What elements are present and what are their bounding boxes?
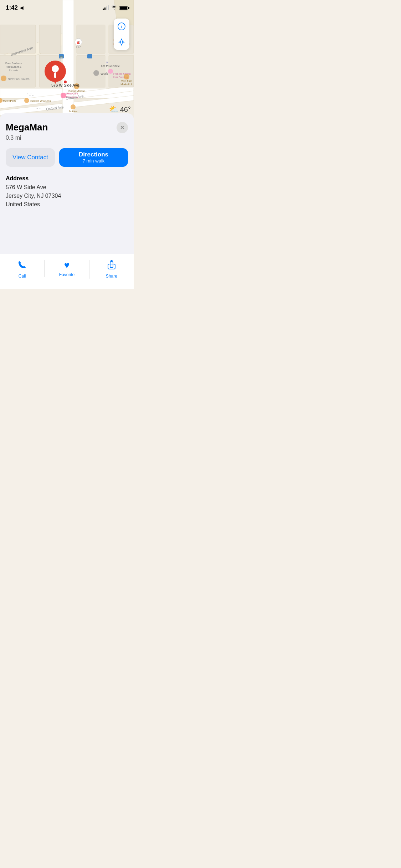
svg-text:Yaib Afric: Yaib Afric <box>121 79 132 83</box>
svg-point-32 <box>1 76 6 81</box>
favorite-action[interactable]: ♥ Favorite <box>44 260 89 277</box>
svg-text:US Post Office: US Post Office <box>101 64 120 68</box>
close-button[interactable]: ✕ <box>117 122 128 133</box>
svg-point-43 <box>71 104 76 109</box>
svg-text:Bottles: Bottles <box>69 110 77 113</box>
svg-text:⛽: ⛽ <box>77 41 80 44</box>
svg-text:Four Brothers: Four Brothers <box>5 62 22 65</box>
svg-text:Work: Work <box>101 72 108 76</box>
map-view[interactable]: →→ ←← →→ munipaw Ave ⛽ BP ✉ US Post Offi… <box>0 0 134 118</box>
svg-rect-65 <box>108 264 115 269</box>
svg-text:Ultra Care: Ultra Care <box>66 92 78 95</box>
directions-button[interactable]: Directions 7 min walk <box>59 148 128 167</box>
svg-point-27 <box>93 70 99 76</box>
map-location-button[interactable] <box>114 34 129 50</box>
view-contact-label: View Contact <box>12 154 48 161</box>
svg-rect-64 <box>110 262 113 268</box>
svg-text:576 W Side Ave: 576 W Side Ave <box>51 83 79 87</box>
directions-label: Directions <box>79 151 108 158</box>
address-line3: United States <box>6 200 128 209</box>
svg-text:Market LL: Market LL <box>120 83 132 86</box>
place-name: MegaMan <box>6 122 48 133</box>
map-info-button[interactable]: i <box>114 19 129 34</box>
svg-text:BP: BP <box>76 45 81 49</box>
battery-icon <box>119 6 128 10</box>
address-heading: Address <box>6 175 128 182</box>
share-icon <box>107 260 116 272</box>
signal-strength-icon <box>103 6 109 10</box>
status-time: 1:42 ◀ <box>6 4 23 11</box>
address-section: Address 576 W Side Ave Jersey City, NJ 0… <box>6 175 128 215</box>
place-distance: 0.3 mi <box>6 135 128 141</box>
status-bar: 1:42 ◀ <box>0 0 134 16</box>
svg-rect-13 <box>77 55 105 87</box>
share-action[interactable]: Share <box>89 260 134 279</box>
heart-icon: ♥ <box>64 260 70 271</box>
favorite-label: Favorite <box>59 272 74 277</box>
address-line2: Jersey City, NJ 07304 <box>6 192 128 200</box>
status-right <box>103 5 128 11</box>
weather-display: ⛅ 46° <box>109 105 131 114</box>
temperature-display: 46° <box>120 105 131 114</box>
svg-text:Pizzeria: Pizzeria <box>9 69 19 72</box>
svg-point-53 <box>52 65 59 72</box>
svg-point-41 <box>24 98 29 103</box>
time-display: 1:42 <box>6 4 18 11</box>
svg-rect-58 <box>87 54 92 58</box>
close-icon: ✕ <box>120 125 124 130</box>
svg-rect-15 <box>77 25 105 53</box>
share-label: Share <box>106 274 117 279</box>
signal-bar-1 <box>103 9 104 10</box>
location-arrow-icon: ◀ <box>20 5 23 10</box>
svg-point-51 <box>64 81 67 83</box>
call-action[interactable]: Call <box>0 260 44 279</box>
signal-bar-3 <box>106 6 107 10</box>
svg-rect-54 <box>54 72 56 78</box>
call-label: Call <box>19 274 26 279</box>
svg-text:Cricket Wireless: Cricket Wireless <box>30 99 51 103</box>
svg-text:✉: ✉ <box>106 61 108 64</box>
wifi-icon <box>111 5 117 11</box>
signal-bar-2 <box>104 7 106 10</box>
phone-icon <box>17 260 27 272</box>
svg-text:MetroPCS: MetroPCS <box>3 99 16 103</box>
svg-point-59 <box>124 74 129 79</box>
weather-icon: ⛅ <box>109 105 119 114</box>
signal-bar-4 <box>108 5 109 10</box>
address-line1: 576 W Side Ave <box>6 183 128 192</box>
svg-text:Restaurant &: Restaurant & <box>6 65 21 68</box>
place-header: MegaMan ✕ <box>6 122 128 133</box>
directions-sub-label: 7 min walk <box>83 158 104 164</box>
bottom-sheet: MegaMan ✕ 0.3 mi View Contact Directions… <box>0 113 134 289</box>
svg-text:🚌: 🚌 <box>60 55 63 58</box>
svg-point-24 <box>108 69 113 74</box>
svg-text:i: i <box>121 24 122 29</box>
svg-text:New Park Tavern: New Park Tavern <box>8 77 30 81</box>
view-contact-button[interactable]: View Contact <box>6 148 55 167</box>
map-controls: i <box>114 19 129 50</box>
svg-rect-17 <box>39 25 61 53</box>
bottom-action-bar: Call ♥ Favorite Share <box>0 254 134 289</box>
action-buttons: View Contact Directions 7 min walk <box>6 148 128 167</box>
